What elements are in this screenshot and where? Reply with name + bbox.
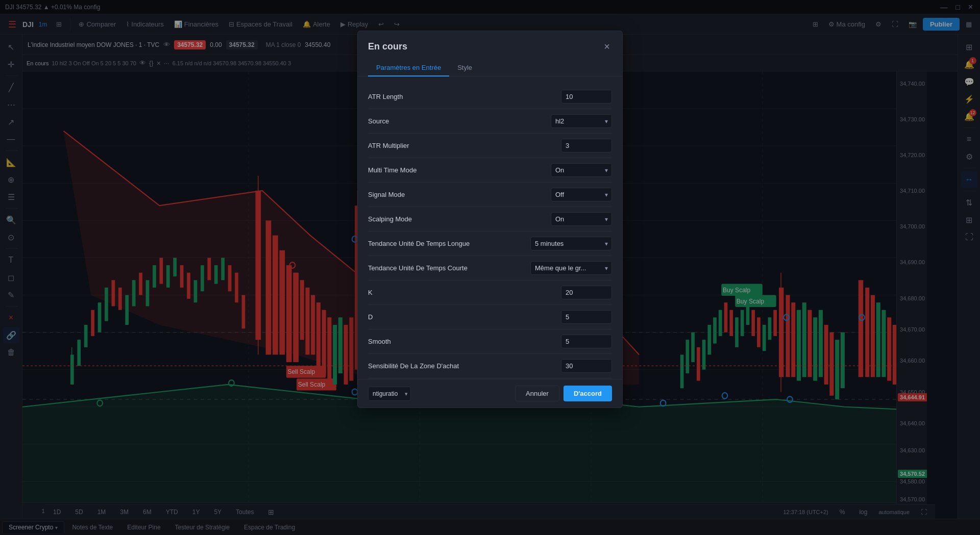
- d-input[interactable]: [561, 310, 612, 324]
- param-row-atr-length: ATR Length: [368, 85, 612, 109]
- ok-button[interactable]: D'accord: [564, 386, 612, 401]
- scalping-mode-label: Scalping Mode: [368, 215, 551, 223]
- source-select-wrapper: hl2 close open high low: [551, 114, 612, 128]
- signal-mode-select[interactable]: On Off: [551, 188, 612, 201]
- smooth-label: Smooth: [368, 338, 561, 345]
- modal-overlay: En cours × Paramètres en Entrée Style AT…: [0, 0, 980, 535]
- modal-close-button[interactable]: ×: [602, 39, 612, 54]
- param-row-smooth: Smooth: [368, 329, 612, 354]
- multi-time-label: Multi Time Mode: [368, 166, 551, 174]
- config-select[interactable]: ntiguratio r Défaut: [368, 387, 411, 401]
- modal-title: En cours: [368, 41, 407, 52]
- tendance-longue-select[interactable]: 5 minutes 15 minutes 1 heure 4 heures: [530, 237, 612, 250]
- tendance-courte-label: Tendance Unité De Temps Courte: [368, 264, 530, 272]
- param-row-tendance-courte: Tendance Unité De Temps Courte Même que …: [368, 256, 612, 281]
- atr-mult-input[interactable]: [561, 139, 612, 152]
- modal-tabs: Paramètres en Entrée Style: [358, 54, 622, 77]
- param-row-tendance-longue: Tendance Unité De Temps Longue 5 minutes…: [368, 232, 612, 256]
- scalping-mode-select-wrapper: On Off: [551, 212, 612, 226]
- param-row-d: D: [368, 305, 612, 329]
- scalping-mode-select[interactable]: On Off: [551, 212, 612, 226]
- modal-tab-style[interactable]: Style: [449, 60, 480, 77]
- tendance-courte-select[interactable]: Même que le gr... 1 minute 5 minutes: [530, 261, 612, 275]
- source-label: Source: [368, 117, 551, 125]
- param-row-atr-mult: ATR Multiplier: [368, 134, 612, 158]
- modal-tab-params[interactable]: Paramètres en Entrée: [368, 60, 449, 77]
- tendance-longue-label: Tendance Unité De Temps Longue: [368, 240, 530, 247]
- multi-time-select-wrapper: On Off: [551, 163, 612, 177]
- sensib-achat-input[interactable]: [561, 359, 612, 373]
- source-select[interactable]: hl2 close open high low: [551, 114, 612, 128]
- tendance-courte-select-wrapper: Même que le gr... 1 minute 5 minutes: [530, 261, 612, 275]
- atr-mult-label: ATR Multiplier: [368, 142, 561, 149]
- multi-time-select[interactable]: On Off: [551, 163, 612, 177]
- modal-footer: ntiguratio r Défaut Annuler D'accord: [358, 379, 622, 407]
- k-label: K: [368, 289, 561, 296]
- cancel-button[interactable]: Annuler: [515, 386, 559, 401]
- sensib-achat-label: Sensibilité De La Zone D'achat: [368, 362, 561, 370]
- k-input[interactable]: [561, 286, 612, 299]
- param-row-sensib-achat: Sensibilité De La Zone D'achat: [368, 354, 612, 378]
- param-row-signal-mode: Signal Mode On Off: [368, 183, 612, 207]
- param-row-scalping-mode: Scalping Mode On Off: [368, 207, 612, 232]
- tendance-longue-select-wrapper: 5 minutes 15 minutes 1 heure 4 heures: [530, 237, 612, 250]
- modal-dialog: En cours × Paramètres en Entrée Style AT…: [357, 31, 623, 408]
- d-label: D: [368, 313, 561, 321]
- param-row-k: K: [368, 281, 612, 305]
- atr-length-label: ATR Length: [368, 93, 561, 100]
- param-row-multi-time: Multi Time Mode On Off: [368, 158, 612, 183]
- smooth-input[interactable]: [561, 335, 612, 348]
- config-select-wrapper: ntiguratio r Défaut: [368, 387, 411, 401]
- atr-length-input[interactable]: [561, 90, 612, 104]
- signal-mode-label: Signal Mode: [368, 191, 551, 198]
- param-row-source: Source hl2 close open high low: [368, 109, 612, 134]
- modal-content: ATR Length Source hl2 close open high lo…: [358, 77, 622, 379]
- signal-mode-select-wrapper: On Off: [551, 188, 612, 201]
